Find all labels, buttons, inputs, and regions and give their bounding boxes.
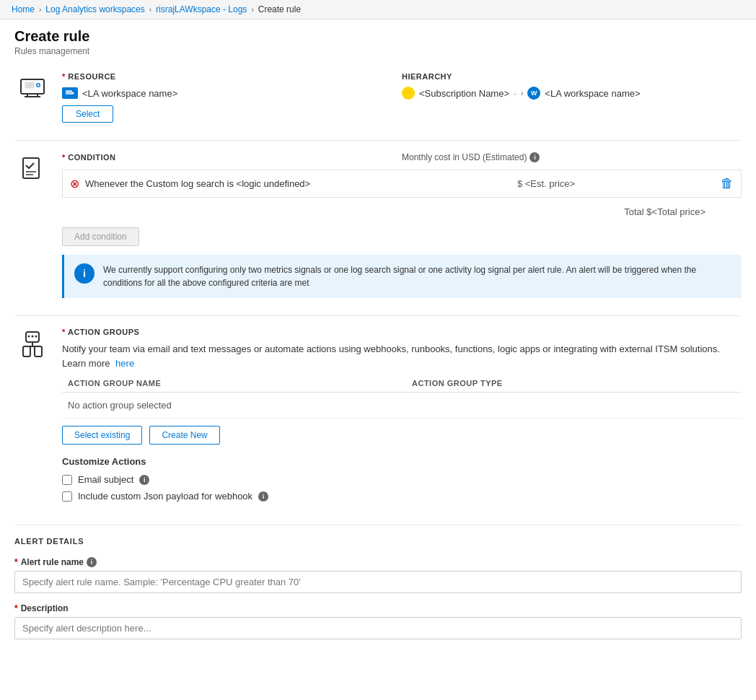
condition-icon (14, 152, 50, 298)
json-payload-checkbox[interactable] (62, 491, 72, 502)
breadcrumb-workspace[interactable]: risrajLAWkspace - Logs (156, 4, 247, 14)
divider-1 (14, 140, 742, 141)
breadcrumb-sep-1: › (39, 6, 41, 14)
resource-name: <LA workspace name> (62, 87, 402, 99)
info-icon: i (74, 263, 94, 284)
svg-point-14 (28, 336, 30, 338)
action-groups-body: * ACTION GROUPS Notify your team via ema… (62, 328, 742, 507)
breadcrumb-home[interactable]: Home (12, 4, 35, 14)
error-icon: ⊗ (70, 177, 79, 191)
add-condition-button[interactable]: Add condition (62, 227, 139, 246)
breadcrumb: Home › Log Analytics workspaces › risraj… (0, 0, 756, 19)
ag-here-link[interactable]: here (115, 358, 134, 369)
description-input[interactable] (14, 617, 742, 639)
condition-description: Whenever the Custom log search is <logic… (85, 178, 310, 189)
total-row: Total $<Total price> (62, 204, 742, 220)
condition-row: ⊗ Whenever the Custom log search is <log… (62, 170, 742, 198)
resource-icon (14, 72, 50, 123)
condition-required-star: * (62, 153, 66, 162)
condition-text: ⊗ Whenever the Custom log search is <log… (70, 177, 387, 191)
delete-condition-button[interactable]: 🗑 (705, 176, 734, 191)
json-payload-row: Include custom Json payload for webhook … (62, 491, 742, 502)
svg-rect-18 (23, 346, 30, 356)
description-group: * Description (14, 603, 742, 639)
resource-body: * RESOURCE HIERARCHY <LA workspace name>… (62, 72, 742, 123)
resource-workspace-name: <LA workspace name> (82, 88, 177, 99)
page-header: Create rule Rules management (0, 19, 756, 59)
condition-body: * CONDITION Monthly cost in USD (Estimat… (62, 152, 742, 298)
ag-table: ACTION GROUP NAME ACTION GROUP TYPE No a… (62, 375, 742, 419)
ag-empty-row: No action group selected (62, 393, 742, 419)
svg-rect-8 (66, 90, 72, 95)
hierarchy-arrow: › (521, 89, 524, 97)
ag-col-name: ACTION GROUP NAME (62, 375, 406, 393)
alert-rule-name-label: * Alert rule name i (14, 557, 742, 567)
json-payload-info-icon: i (258, 491, 268, 502)
email-subject-row: Email subject i (62, 474, 742, 485)
breadcrumb-current: Create rule (258, 4, 301, 14)
main-content: * RESOURCE HIERARCHY <LA workspace name>… (0, 59, 756, 664)
alert-rule-info-icon: i (87, 557, 97, 567)
hierarchy-label: HIERARCHY (402, 72, 742, 81)
divider-2 (14, 315, 742, 316)
email-subject-info-icon: i (139, 475, 149, 485)
est-price: $ <Est. price> (387, 178, 705, 189)
breadcrumb-log-analytics[interactable]: Log Analytics workspaces (45, 4, 144, 14)
monthly-cost-label: Monthly cost in USD (Estimated) i (402, 152, 742, 162)
info-box: i We currently support configuring only … (62, 255, 742, 298)
resource-name-icon (62, 87, 78, 99)
ag-empty-text: No action group selected (62, 393, 742, 419)
ag-label: ACTION GROUPS (68, 328, 139, 336)
divider-3 (14, 525, 742, 525)
select-resource-button[interactable]: Select (62, 105, 113, 123)
description-label: * Description (14, 603, 742, 613)
svg-rect-19 (35, 346, 42, 356)
la-workspace-icon: W (527, 87, 540, 100)
hierarchy-chain: ⚡ <Subscription Name> · › W <LA workspac… (402, 87, 742, 100)
breadcrumb-sep-3: › (251, 6, 253, 14)
json-payload-label: Include custom Json payload for webhook (78, 491, 252, 502)
resource-required-star: * (62, 72, 66, 81)
cost-info-icon: i (529, 152, 540, 162)
subscription-name: <Subscription Name> (419, 88, 509, 99)
customize-actions: Customize Actions Email subject i Includ… (62, 456, 742, 502)
email-subject-label: Email subject (78, 474, 133, 485)
resource-section: * RESOURCE HIERARCHY <LA workspace name>… (14, 66, 742, 123)
la-workspace-name: <LA workspace name> (545, 88, 640, 99)
action-groups-icon (14, 328, 50, 507)
condition-section: * CONDITION Monthly cost in USD (Estimat… (14, 152, 742, 298)
svg-point-15 (32, 336, 34, 338)
select-existing-button[interactable]: Select existing (62, 426, 142, 445)
svg-rect-1 (25, 82, 34, 88)
email-subject-checkbox[interactable] (62, 475, 72, 485)
ag-col-type: ACTION GROUP TYPE (406, 375, 742, 393)
alert-details-label: ALERT DETAILS (14, 537, 742, 546)
ag-description: Notify your team via email and text mess… (62, 342, 742, 370)
ag-buttons: Select existing Create New (62, 426, 742, 445)
resource-section-label: * RESOURCE HIERARCHY (62, 72, 742, 81)
svg-rect-10 (23, 158, 39, 178)
svg-point-16 (35, 336, 38, 338)
ag-required-star: * (62, 328, 66, 336)
create-new-button[interactable]: Create New (149, 426, 219, 445)
alert-details-section: ALERT DETAILS * Alert rule name i * Desc… (14, 537, 742, 639)
page-subtitle: Rules management (14, 46, 742, 56)
breadcrumb-sep-2: › (149, 6, 151, 14)
alert-rule-name-input[interactable] (14, 571, 742, 593)
svg-point-6 (38, 84, 40, 87)
action-groups-section: * ACTION GROUPS Notify your team via ema… (14, 328, 742, 507)
info-text: We currently support configuring only tw… (103, 263, 731, 289)
customize-actions-title: Customize Actions (62, 456, 742, 467)
alert-rule-name-group: * Alert rule name i (14, 557, 742, 593)
hierarchy-dot: · (514, 88, 517, 99)
resource-label: RESOURCE (68, 72, 115, 81)
condition-label: CONDITION (68, 153, 115, 162)
page-title: Create rule (14, 28, 742, 45)
subscription-icon: ⚡ (402, 87, 415, 100)
svg-point-9 (72, 92, 74, 95)
